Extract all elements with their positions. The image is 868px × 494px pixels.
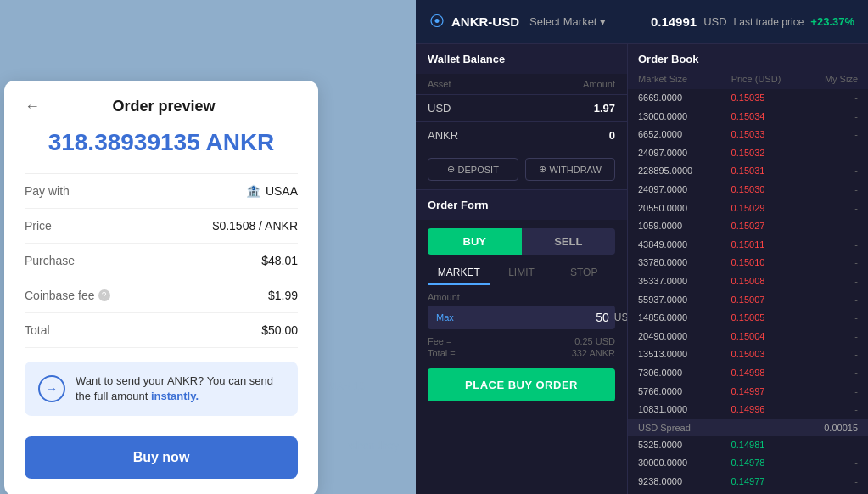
ob-ask-size: 24097.0000 bbox=[638, 146, 711, 161]
spread-row: USD Spread 0.00015 bbox=[628, 419, 868, 436]
help-icon[interactable]: ? bbox=[98, 289, 110, 301]
order-book-bid-row[interactable]: 9238.0000 0.14977 - bbox=[628, 473, 868, 491]
ob-ask-price: 0.15003 bbox=[711, 347, 784, 362]
ob-ask-size: 20490.0000 bbox=[638, 329, 711, 345]
order-book-ask-row[interactable]: 5766.0000 0.14997 - bbox=[628, 383, 868, 401]
ob-ask-price: 0.14997 bbox=[711, 385, 784, 400]
ob-ask-my-size: - bbox=[785, 293, 858, 308]
order-type-tabs: MARKET LIMIT STOP bbox=[428, 261, 615, 285]
order-book-ask-row[interactable]: 55937.0000 0.15007 - bbox=[628, 291, 868, 310]
pay-with-label: Pay with bbox=[25, 184, 70, 198]
ob-ask-price: 0.15005 bbox=[711, 311, 784, 326]
price-value: $0.1508 / ANKR bbox=[213, 219, 298, 233]
order-book-ask-row[interactable]: 24097.0000 0.15030 - bbox=[628, 181, 868, 199]
order-book-ask-row[interactable]: 35337.0000 0.15008 - bbox=[628, 272, 868, 291]
ob-ask-price: 0.14998 bbox=[711, 366, 784, 381]
order-book-ask-row[interactable]: 13513.0000 0.15003 - bbox=[628, 345, 868, 364]
wallet-section-header: Wallet Balance Asset Amount USD 1.97 ANK… bbox=[416, 44, 627, 190]
total-value: $50.00 bbox=[261, 323, 298, 337]
wallet-column-headers: Asset Amount bbox=[416, 74, 627, 95]
pay-with-value: 🏦 USAA bbox=[246, 184, 298, 198]
order-book-ask-row[interactable]: 7306.0000 0.14998 - bbox=[628, 364, 868, 383]
ob-bid-size: 30000.0000 bbox=[638, 456, 711, 471]
ob-ask-size: 13513.0000 bbox=[638, 347, 711, 362]
ob-ask-price: 0.15011 bbox=[711, 238, 784, 253]
order-book-bid-row[interactable]: 5325.0000 0.14981 - bbox=[628, 436, 868, 455]
back-button[interactable]: ← bbox=[25, 98, 40, 115]
market-tab[interactable]: MARKET bbox=[428, 261, 490, 285]
ob-ask-size: 20550.0000 bbox=[638, 201, 711, 216]
order-book-ask-row[interactable]: 6669.0000 0.15035 - bbox=[628, 89, 868, 108]
wallet-row-ankr: ANKR 0 bbox=[416, 122, 627, 149]
ob-bid-price: 0.14977 bbox=[711, 474, 784, 490]
order-book-ask-row[interactable]: 20490.0000 0.15004 - bbox=[628, 328, 868, 346]
wallet-amount-usd: 1.97 bbox=[594, 102, 615, 115]
ob-ask-price: 0.15034 bbox=[711, 109, 784, 125]
amount-input-row: Max USD bbox=[428, 306, 615, 329]
ob-bid-my-size: - bbox=[785, 456, 858, 471]
instantly-link[interactable]: instantly. bbox=[151, 390, 199, 402]
order-book-ask-row[interactable]: 228895.0000 0.15031 - bbox=[628, 162, 868, 181]
order-book-ask-row[interactable]: 1059.0000 0.15027 - bbox=[628, 217, 868, 236]
ob-bid-size: 9238.0000 bbox=[638, 474, 711, 490]
price-currency: USD bbox=[703, 15, 726, 28]
spread-label: USD Spread bbox=[638, 423, 691, 433]
order-form-title: Order Form bbox=[416, 190, 627, 220]
order-book-ask-row[interactable]: 33780.0000 0.15010 - bbox=[628, 254, 868, 272]
ob-col-market-size: Market Size bbox=[638, 74, 687, 84]
ob-ask-my-size: - bbox=[785, 109, 858, 125]
ob-ask-size: 5766.0000 bbox=[638, 385, 711, 400]
ob-ask-size: 33780.0000 bbox=[638, 255, 711, 271]
right-panel: ⦿ ANKR-USD Select Market ▾ 0.14991 USD L… bbox=[416, 0, 868, 494]
purchase-label: Purchase bbox=[25, 254, 75, 267]
order-book-ask-row[interactable]: 6652.0000 0.15033 - bbox=[628, 126, 868, 144]
select-market-button[interactable]: Select Market ▾ bbox=[529, 15, 606, 28]
ob-ask-my-size: - bbox=[785, 274, 858, 289]
stop-tab[interactable]: STOP bbox=[552, 261, 615, 285]
withdraw-button[interactable]: ⊕ WITHDRAW bbox=[525, 158, 616, 181]
order-book-bid-row[interactable]: 6678.0000 0.14975 - bbox=[628, 491, 868, 494]
order-book-bid-row[interactable]: 30000.0000 0.14978 - bbox=[628, 454, 868, 473]
deposit-button[interactable]: ⊕ DEPOSIT bbox=[428, 158, 518, 181]
current-price: 0.14991 bbox=[651, 14, 697, 29]
place-order-button[interactable]: PLACE BUY ORDER bbox=[428, 368, 615, 401]
wallet-asset-usd: USD bbox=[428, 102, 451, 115]
order-form-section: Order Form BUY SELL MARKET LIMIT STOP Am… bbox=[416, 190, 627, 494]
ob-ask-price: 0.15033 bbox=[711, 127, 784, 143]
ob-bid-my-size: - bbox=[785, 474, 858, 490]
detail-row-purchase: Purchase $48.01 bbox=[25, 244, 298, 278]
last-trade-label: Last trade price bbox=[734, 16, 804, 28]
order-book-ask-row[interactable]: 43849.0000 0.15011 - bbox=[628, 236, 868, 255]
sell-tab[interactable]: SELL bbox=[522, 228, 616, 255]
order-book-ask-row[interactable]: 14856.0000 0.15005 - bbox=[628, 309, 868, 328]
ob-ask-my-size: - bbox=[785, 238, 858, 253]
total-row: Total = 332 ANKR bbox=[428, 348, 615, 358]
order-book-ask-row[interactable]: 10831.0000 0.14996 - bbox=[628, 401, 868, 419]
wallet-asset-ankr: ANKR bbox=[428, 129, 458, 142]
buy-now-button[interactable]: Buy now bbox=[25, 436, 298, 479]
detail-row-fee: Coinbase fee ? $1.99 bbox=[25, 278, 298, 313]
order-book-ask-row[interactable]: 13000.0000 0.15034 - bbox=[628, 108, 868, 126]
order-book-rows: 6669.0000 0.15035 - 13000.0000 0.15034 -… bbox=[628, 89, 868, 494]
limit-tab[interactable]: LIMIT bbox=[490, 261, 553, 285]
top-bar: ⦿ ANKR-USD Select Market ▾ 0.14991 USD L… bbox=[416, 0, 868, 44]
order-book-ask-row[interactable]: 24097.0000 0.15032 - bbox=[628, 144, 868, 163]
ob-ask-price: 0.15029 bbox=[711, 201, 784, 216]
ob-ask-my-size: - bbox=[785, 91, 858, 106]
ob-bid-size: 5325.0000 bbox=[638, 438, 711, 453]
amount-input[interactable] bbox=[461, 311, 609, 324]
buy-sell-tabs: BUY SELL bbox=[428, 228, 615, 255]
max-button[interactable]: Max bbox=[436, 312, 454, 323]
ob-ask-my-size: - bbox=[785, 182, 858, 198]
ob-ask-price: 0.15030 bbox=[711, 182, 784, 198]
wallet-row-usd: USD 1.97 bbox=[416, 95, 627, 122]
order-book-ask-row[interactable]: 20550.0000 0.15029 - bbox=[628, 199, 868, 218]
amount-label: Amount bbox=[428, 292, 615, 302]
ob-ask-my-size: - bbox=[785, 127, 858, 143]
order-details: Pay with 🏦 USAA Price $0.1508 / ANKR Pur… bbox=[25, 173, 298, 348]
ob-bid-price: 0.14981 bbox=[711, 438, 784, 453]
bank-icon: 🏦 bbox=[246, 184, 260, 198]
buy-tab[interactable]: BUY bbox=[428, 228, 522, 255]
modal-title: Order preview bbox=[50, 98, 277, 115]
ob-ask-my-size: - bbox=[785, 255, 858, 271]
